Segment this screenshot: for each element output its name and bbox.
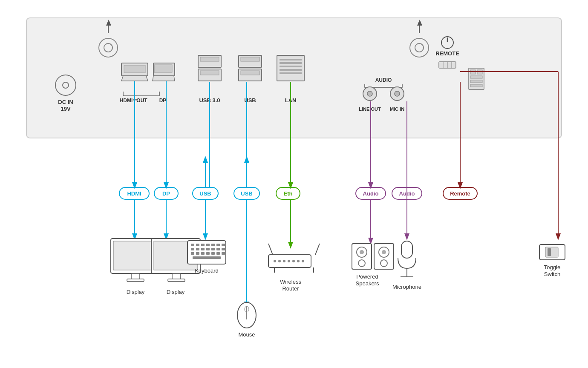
svg-rect-123: [222, 252, 225, 255]
svg-text:USB: USB: [244, 97, 256, 104]
svg-point-42: [395, 91, 400, 96]
svg-rect-111: [196, 248, 199, 250]
svg-rect-107: [211, 244, 215, 246]
svg-text:REMOTE: REMOTE: [435, 50, 459, 57]
svg-rect-51: [469, 68, 484, 89]
svg-text:OUT: OUT: [136, 98, 147, 104]
svg-point-4: [104, 43, 112, 52]
svg-rect-30: [277, 55, 304, 81]
svg-text:LINE OUT: LINE OUT: [359, 106, 381, 112]
svg-rect-154: [401, 241, 412, 258]
svg-rect-67: [356, 187, 386, 199]
svg-rect-71: [443, 187, 477, 199]
svg-rect-47: [439, 62, 456, 68]
svg-point-149: [379, 247, 389, 257]
svg-rect-55: [470, 80, 482, 83]
svg-rect-115: [216, 248, 220, 250]
svg-rect-148: [374, 244, 394, 269]
svg-rect-34: [280, 69, 302, 71]
svg-point-147: [358, 260, 365, 267]
svg-rect-114: [211, 248, 215, 250]
svg-text:USB: USB: [199, 190, 211, 197]
svg-point-150: [382, 250, 386, 254]
svg-text:DC IN: DC IN: [58, 99, 73, 105]
svg-rect-20: [198, 55, 221, 67]
svg-text:Display: Display: [127, 289, 145, 295]
svg-rect-108: [216, 244, 220, 246]
svg-rect-69: [392, 187, 422, 199]
svg-rect-119: [201, 252, 205, 255]
svg-point-131: [274, 260, 276, 262]
svg-text:Eth: Eth: [284, 190, 293, 197]
svg-text:USB 3.0: USB 3.0: [199, 97, 220, 104]
svg-text:Audio: Audio: [399, 190, 415, 197]
svg-marker-1: [106, 20, 111, 26]
svg-text:Audio: Audio: [363, 190, 379, 197]
svg-text:Mouse: Mouse: [238, 331, 255, 338]
svg-point-39: [367, 91, 372, 96]
svg-rect-32: [280, 62, 302, 64]
svg-rect-25: [239, 55, 262, 67]
svg-rect-105: [201, 244, 205, 246]
svg-rect-65: [276, 187, 300, 199]
svg-rect-35: [280, 72, 302, 74]
svg-point-136: [297, 260, 300, 262]
svg-rect-94: [131, 273, 140, 279]
svg-rect-63: [234, 187, 259, 199]
svg-rect-56: [470, 84, 482, 87]
svg-text:Display: Display: [167, 289, 185, 295]
svg-rect-159: [545, 247, 558, 257]
svg-rect-121: [211, 252, 215, 255]
svg-text:Speakers: Speakers: [356, 280, 379, 287]
svg-rect-124: [193, 256, 221, 259]
svg-text:Keyboard: Keyboard: [195, 267, 219, 274]
svg-rect-116: [222, 248, 225, 250]
diagram-container: DC IN 19V HDMI™ OUT DP USB 3.0: [0, 0, 588, 368]
svg-rect-59: [154, 187, 178, 199]
svg-rect-117: [191, 252, 194, 255]
svg-point-128: [245, 306, 249, 312]
svg-rect-109: [222, 244, 225, 246]
svg-rect-103: [191, 244, 194, 246]
svg-point-126: [237, 302, 256, 328]
svg-rect-104: [196, 244, 199, 246]
svg-rect-57: [119, 187, 149, 199]
svg-rect-122: [216, 252, 220, 255]
svg-text:Router: Router: [282, 285, 299, 292]
diagram-svg: DC IN 19V HDMI™ OUT DP USB 3.0: [0, 0, 588, 368]
svg-rect-98: [154, 241, 198, 270]
svg-point-137: [302, 260, 304, 262]
svg-rect-100: [168, 279, 185, 282]
svg-rect-13: [121, 63, 148, 76]
svg-text:LAN: LAN: [285, 97, 297, 104]
svg-point-38: [363, 87, 377, 101]
svg-text:Remote: Remote: [450, 190, 470, 197]
svg-rect-14: [124, 65, 145, 73]
svg-rect-15: [153, 63, 175, 76]
svg-rect-0: [26, 18, 562, 138]
svg-text:19V: 19V: [61, 106, 70, 112]
svg-rect-120: [206, 252, 210, 255]
svg-marker-5: [417, 20, 422, 26]
svg-point-3: [99, 38, 118, 57]
svg-rect-113: [206, 248, 210, 250]
svg-rect-106: [206, 244, 210, 246]
svg-point-151: [380, 260, 387, 267]
svg-text:USB: USB: [241, 190, 252, 197]
svg-rect-21: [200, 57, 219, 61]
svg-rect-33: [280, 66, 302, 67]
svg-text:Microphone: Microphone: [392, 284, 421, 290]
svg-text:HDMI: HDMI: [127, 190, 141, 197]
svg-text:HDMI™: HDMI™: [120, 98, 138, 104]
svg-rect-130: [268, 255, 311, 267]
svg-rect-95: [127, 279, 144, 282]
svg-text:DP: DP: [159, 98, 167, 104]
svg-point-41: [390, 87, 404, 101]
svg-text:MIC IN: MIC IN: [390, 106, 404, 112]
svg-rect-158: [539, 244, 565, 260]
svg-text:Wireless: Wireless: [280, 279, 301, 285]
svg-rect-93: [113, 241, 157, 270]
svg-rect-2: [108, 26, 109, 33]
svg-rect-52: [470, 70, 476, 74]
svg-rect-23: [200, 71, 219, 75]
